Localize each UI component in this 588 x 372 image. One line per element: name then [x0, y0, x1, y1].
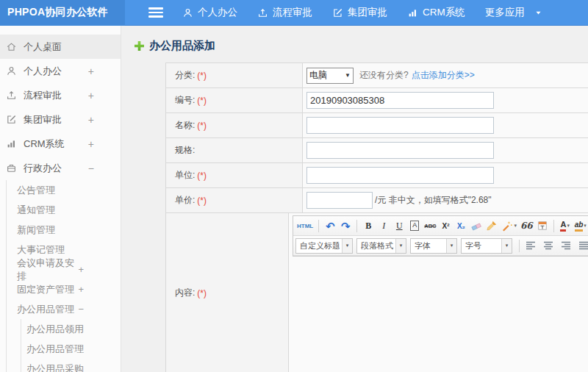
name-input[interactable] — [306, 117, 494, 134]
format-brush-button[interactable] — [484, 218, 499, 233]
underline-button[interactable]: U — [392, 218, 406, 233]
price-input[interactable] — [306, 192, 373, 209]
home-icon — [6, 41, 17, 52]
sidebar-item[interactable]: 会议申请及安排+ — [6, 260, 121, 279]
align-right-button[interactable] — [559, 238, 573, 253]
sidebar-item[interactable]: 公告管理 — [6, 180, 121, 200]
caret-down-icon: ▾ — [501, 239, 512, 253]
caret-down-icon: ▾ — [514, 223, 517, 229]
remove-format-button[interactable] — [469, 218, 484, 233]
sidebar-item[interactable]: 固定资产管理+ — [6, 279, 121, 299]
sidebar-item[interactable]: 办公用品管理 — [6, 339, 121, 359]
unit-label: 单位: — [175, 169, 195, 182]
nav-item[interactable]: 流程审批 — [257, 6, 312, 19]
spec-label: 规格: — [175, 144, 195, 157]
unit-input[interactable] — [306, 167, 494, 184]
main-content: 办公用品添加 分类: (*) 电脑 ▼ 还没有分类? 点击添加分类>> — [121, 26, 588, 372]
workflow-icon — [257, 7, 268, 18]
sidebar-item[interactable]: 办公用品领用 — [6, 319, 121, 339]
page-title: 办公用品添加 — [135, 39, 215, 53]
align-justify-button[interactable] — [576, 238, 588, 253]
blockquote-button[interactable]: 66 — [519, 218, 534, 233]
caret-down-icon: ▾ — [342, 239, 352, 253]
eraser-icon — [470, 220, 482, 232]
select-caret-icon: ▼ — [345, 72, 351, 79]
bold-button[interactable]: B — [361, 218, 376, 233]
menu-toggle-button[interactable] — [148, 7, 163, 18]
nav-item[interactable]: CRM系统 — [407, 6, 465, 19]
category-select[interactable]: 电脑 ▼ — [306, 68, 354, 84]
sidebar-item[interactable]: 集团审批+ — [0, 107, 121, 132]
paste-plain-button[interactable] — [535, 218, 550, 233]
briefcase-icon — [6, 162, 17, 174]
caret-down-icon: ▾ — [446, 239, 456, 253]
top-navigation: 个人办公流程审批集团审批CRM系统更多应用 — [182, 6, 542, 19]
required-marker: (*) — [197, 171, 207, 181]
app-window: PHPOA协同办公软件 个人办公流程审批集团审批CRM系统更多应用 个人桌面个人… — [0, 0, 588, 372]
office-supply-form: 分类: (*) 电脑 ▼ 还没有分类? 点击添加分类>> 编号: (*) — [165, 62, 588, 372]
workflow-icon — [6, 90, 17, 101]
redo-button[interactable]: ↷ — [338, 218, 353, 233]
font-size-dropdown[interactable]: 字号▾ — [461, 238, 512, 254]
font-color-button[interactable]: A▾ — [558, 218, 573, 233]
html-source-button[interactable]: HTML — [295, 218, 315, 233]
sidebar-item[interactable]: CRM系统+ — [0, 132, 121, 156]
expand-icon[interactable]: + — [78, 285, 84, 294]
collapse-icon[interactable]: − — [78, 304, 84, 314]
chart-icon — [6, 138, 17, 149]
code-input[interactable] — [306, 92, 494, 109]
caret-down-icon — [534, 9, 542, 17]
collapse-icon[interactable]: − — [88, 163, 94, 174]
sidebar-item[interactable]: 办公用品采购 — [6, 359, 121, 372]
undo-button[interactable]: ↶ — [323, 218, 337, 233]
add-category-link[interactable]: 点击添加分类>> — [412, 69, 475, 82]
add-icon — [135, 41, 144, 51]
caret-down-icon: ▾ — [395, 239, 406, 253]
name-label: 名称: — [175, 119, 195, 132]
sidebar-item[interactable]: 流程审批+ — [0, 83, 121, 107]
form-row-name: 名称: (*) — [166, 113, 588, 138]
strikethrough-button[interactable]: ABC — [423, 218, 437, 233]
category-label: 分类: — [175, 69, 195, 82]
align-right-icon — [560, 240, 572, 251]
align-justify-icon — [578, 240, 588, 251]
paragraph-format-dropdown[interactable]: 段落格式▾ — [356, 238, 406, 254]
sidebar-item[interactable]: 行政办公− — [0, 156, 121, 180]
sidebar-item[interactable]: 通知管理 — [6, 200, 121, 220]
expand-icon[interactable]: + — [88, 90, 94, 101]
chart-icon — [407, 7, 418, 18]
no-category-hint: 还没有分类? — [359, 69, 409, 82]
price-label: 单价: — [175, 194, 195, 207]
auto-typeset-button[interactable]: ▾ — [500, 218, 518, 233]
nav-item[interactable]: 个人办公 — [182, 6, 237, 19]
expand-icon[interactable]: + — [88, 139, 94, 149]
toolbar-separator — [356, 220, 357, 232]
align-center-icon — [542, 240, 554, 251]
subscript-button[interactable]: X₂ — [453, 218, 468, 233]
italic-button[interactable]: I — [376, 218, 391, 233]
font-family-dropdown[interactable]: 字体▾ — [410, 238, 457, 254]
align-left-button[interactable] — [523, 238, 538, 253]
superscript-button[interactable]: X² — [438, 218, 453, 233]
custom-title-dropdown[interactable]: 自定义标题▾ — [295, 238, 353, 254]
code-label: 编号: — [175, 94, 195, 107]
sidebar-item[interactable]: 办公用品管理− — [6, 299, 121, 319]
expand-icon[interactable]: + — [88, 115, 94, 125]
user-icon — [182, 7, 193, 18]
spec-input[interactable] — [306, 142, 494, 159]
sidebar-item[interactable]: 个人桌面 — [0, 35, 121, 59]
editor-toolbar-row1: HTML↶↷BIUAABCX²X₂▾66A▾ab▾ — [293, 216, 588, 236]
nav-item[interactable]: 集团审批 — [332, 6, 387, 19]
expand-icon[interactable]: + — [78, 265, 84, 274]
expand-icon[interactable]: + — [88, 66, 94, 76]
magic-pen-icon — [501, 220, 513, 232]
sidebar-item[interactable]: 个人办公+ — [0, 59, 121, 83]
sidebar-item[interactable]: 新闻管理 — [6, 220, 121, 240]
align-center-button[interactable] — [541, 238, 556, 253]
font-border-button[interactable]: A — [407, 218, 422, 233]
back-color-button[interactable]: ab▾ — [573, 218, 588, 233]
form-row-price: 单价: (*) /元 非中文，如填写格式"2.68" — [166, 188, 588, 213]
rich-text-editor: HTML↶↷BIUAABCX²X₂▾66A▾ab▾ 自定义标题▾段落格式▾字体▾… — [293, 215, 588, 257]
edit-icon — [332, 7, 343, 18]
nav-item[interactable]: 更多应用 — [485, 6, 542, 19]
